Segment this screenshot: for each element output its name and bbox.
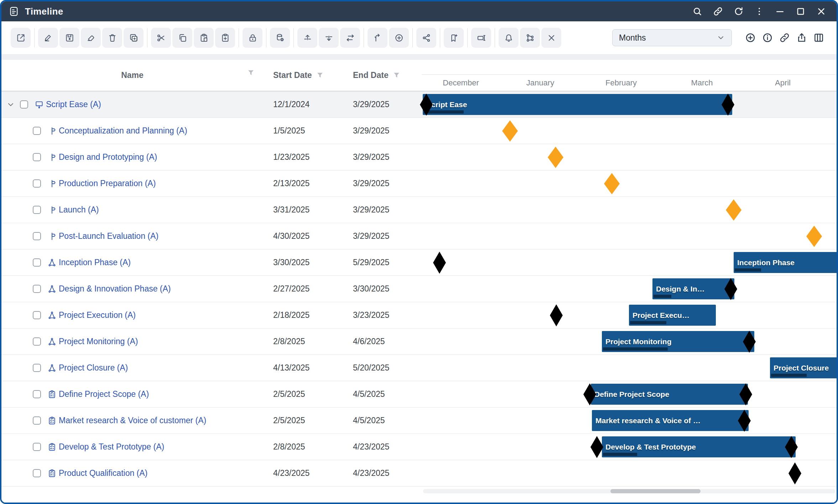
gantt-milestone-diamond[interactable] — [590, 436, 603, 458]
start-date-cell[interactable]: 3/30/2025 — [263, 250, 345, 275]
link-button[interactable] — [710, 3, 726, 20]
add-circle-button[interactable] — [389, 28, 409, 48]
search-button[interactable] — [689, 3, 706, 20]
start-date-cell[interactable]: 12/1/2024 — [263, 91, 345, 117]
paste-button[interactable] — [194, 28, 214, 48]
row-checkbox[interactable] — [33, 364, 41, 372]
task-name-link[interactable]: Inception Phase (A) — [59, 258, 131, 267]
row-checkbox[interactable] — [33, 469, 41, 477]
row-checkbox[interactable] — [33, 337, 41, 346]
task-name-link[interactable]: Define Project Scope (A) — [59, 389, 149, 399]
row-checkbox[interactable] — [33, 285, 41, 293]
link-chain-button[interactable] — [776, 30, 793, 46]
duplicate-add-button[interactable] — [124, 28, 144, 48]
task-name-link[interactable]: Script Ease (A) — [46, 100, 101, 109]
trash-button[interactable] — [102, 28, 122, 48]
start-date-cell[interactable]: 3/31/2025 — [263, 197, 345, 223]
gantt-milestone-diamond[interactable] — [806, 226, 822, 247]
gantt-bar[interactable]: Script Ease — [423, 94, 732, 115]
minimize-button[interactable] — [772, 3, 788, 20]
filter-icon[interactable] — [247, 69, 255, 77]
start-date-cell[interactable]: 2/8/2025 — [263, 329, 345, 355]
copy-button[interactable] — [172, 28, 192, 48]
bookmark-add-button[interactable] — [444, 28, 464, 48]
clipboard-add-button[interactable] — [215, 28, 235, 48]
save-button[interactable] — [59, 28, 79, 48]
import-down-button[interactable] — [319, 28, 339, 48]
end-date-cell[interactable]: 3/30/2025 — [345, 276, 422, 302]
task-name-link[interactable]: Launch (A) — [59, 205, 99, 215]
end-date-cell[interactable]: 3/29/2025 — [345, 223, 422, 249]
end-date-cell[interactable]: 4/23/2025 — [345, 434, 422, 460]
gantt-bar[interactable]: Market research & Voice of … — [592, 410, 749, 431]
gantt-bar[interactable]: Design & In… — [652, 278, 734, 299]
gantt-milestone-diamond[interactable] — [433, 252, 446, 274]
share-up-button[interactable] — [793, 30, 810, 46]
close-x-button[interactable] — [541, 28, 561, 48]
task-name-link[interactable]: Production Preparation (A) — [59, 179, 156, 188]
end-date-cell[interactable]: 3/29/2025 — [345, 91, 422, 117]
end-date-cell[interactable]: 3/29/2025 — [345, 118, 422, 144]
end-date-column-header[interactable]: End Date — [345, 60, 422, 91]
task-name-link[interactable]: Project Closure (A) — [59, 363, 128, 373]
more-options-button[interactable] — [751, 3, 767, 20]
row-checkbox[interactable] — [33, 258, 41, 267]
task-name-link[interactable]: Product Qualification (A) — [59, 468, 147, 478]
edit-button[interactable] — [38, 28, 58, 48]
gantt-milestone-diamond[interactable] — [726, 199, 741, 221]
row-checkbox[interactable] — [33, 232, 41, 240]
row-checkbox[interactable] — [33, 206, 41, 214]
row-checkbox[interactable] — [33, 443, 41, 451]
end-date-cell[interactable]: 3/23/2025 — [345, 302, 422, 328]
collapse-chevron-icon[interactable] — [6, 100, 15, 109]
columns-button[interactable] — [810, 30, 827, 46]
close-button[interactable] — [813, 3, 829, 20]
swap-horizontal-button[interactable] — [340, 28, 360, 48]
row-checkbox[interactable] — [33, 311, 41, 319]
gantt-milestone-diamond[interactable] — [550, 304, 563, 326]
gantt-bar[interactable]: Project Closure — [770, 357, 838, 378]
filter-icon[interactable] — [316, 72, 324, 79]
database-settings-button[interactable] — [270, 28, 290, 48]
row-checkbox[interactable] — [33, 179, 41, 188]
task-name-link[interactable]: Conceptualization and Planning (A) — [59, 126, 187, 136]
start-date-cell[interactable]: 2/5/2025 — [263, 381, 345, 407]
eraser-button[interactable] — [81, 28, 101, 48]
row-checkbox[interactable] — [33, 127, 41, 135]
row-checkbox[interactable] — [33, 153, 41, 161]
gantt-milestone-diamond[interactable] — [548, 147, 563, 168]
gantt-milestone-diamond[interactable] — [604, 173, 620, 194]
lock-button[interactable] — [243, 28, 262, 48]
bell-button[interactable] — [499, 28, 519, 48]
start-date-cell[interactable]: 4/13/2025 — [263, 355, 345, 381]
info-circle-button[interactable] — [759, 30, 776, 46]
start-date-cell[interactable]: 2/5/2025 — [263, 408, 345, 434]
branch-button[interactable] — [368, 28, 387, 48]
start-date-cell[interactable]: 4/23/2025 — [263, 460, 345, 486]
refresh-button[interactable] — [730, 3, 747, 20]
add-circle-button[interactable] — [742, 30, 759, 46]
row-checkbox[interactable] — [20, 100, 28, 109]
cut-button[interactable] — [151, 28, 171, 48]
task-name-link[interactable]: Project Execution (A) — [59, 310, 136, 320]
task-name-link[interactable]: Design and Prototyping (A) — [59, 152, 157, 162]
task-name-link[interactable]: Design & Innovation Phase (A) — [59, 284, 171, 294]
gantt-bar[interactable]: Define Project Scope — [591, 384, 748, 405]
start-date-cell[interactable]: 2/8/2025 — [263, 434, 345, 460]
gantt-milestone-diamond[interactable] — [502, 120, 518, 142]
horizontal-scrollbar-thumb[interactable] — [610, 489, 701, 493]
gantt-bar[interactable]: Project Execu… — [629, 305, 716, 326]
task-name-link[interactable]: Post-Launch Evaluation (A) — [59, 231, 158, 241]
start-date-column-header[interactable]: Start Date — [263, 60, 345, 91]
timescale-select[interactable]: Months — [612, 29, 732, 46]
start-date-cell[interactable]: 1/23/2025 — [263, 144, 345, 170]
maximize-button[interactable] — [792, 3, 809, 20]
start-date-cell[interactable]: 1/5/2025 — [263, 118, 345, 144]
end-date-cell[interactable]: 3/29/2025 — [345, 170, 422, 196]
rename-button[interactable] — [471, 28, 491, 48]
workflow-button[interactable] — [520, 28, 540, 48]
gantt-bar[interactable]: Develop & Test Prototype — [602, 436, 796, 457]
row-checkbox[interactable] — [33, 416, 41, 425]
filter-icon[interactable] — [393, 72, 400, 79]
task-name-link[interactable]: Project Monitoring (A) — [59, 337, 138, 346]
